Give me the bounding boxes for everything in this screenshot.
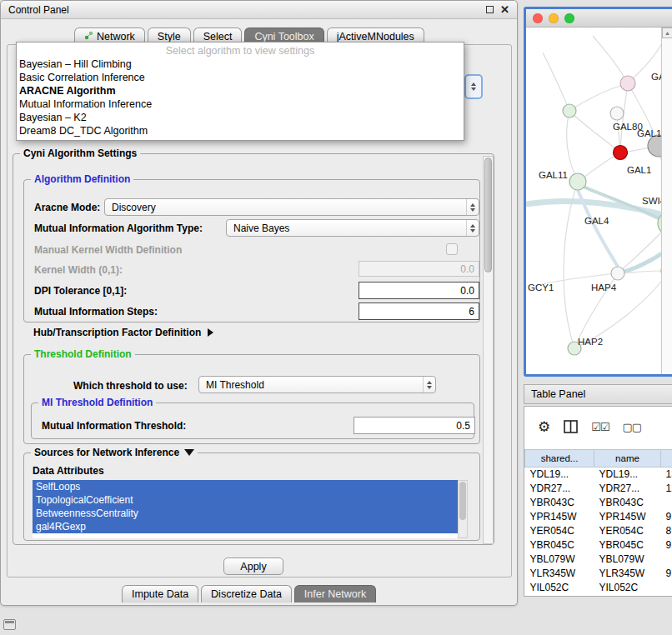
threshold-definition-group: Threshold Definition Which threshold to … xyxy=(23,354,480,444)
combo-stepper-icon xyxy=(423,377,435,392)
apply-button[interactable]: Apply xyxy=(223,558,283,575)
table-cell: YIL052C xyxy=(525,581,594,595)
table-row[interactable]: YBR043CYBR043C xyxy=(525,496,672,510)
sources-expander[interactable]: Sources for Network Inference xyxy=(31,447,198,458)
attribute-item-gal4rgexp[interactable]: gal4RGexp xyxy=(33,520,458,533)
gear-icon[interactable]: ⚙ xyxy=(538,420,550,434)
algorithm-option-bayesian-k2[interactable]: Bayesian – K2 xyxy=(17,111,464,124)
dpi-tolerance-field[interactable] xyxy=(359,282,479,299)
network-node[interactable] xyxy=(610,107,624,120)
algorithm-definition-title: Algorithm Definition xyxy=(31,173,133,185)
algorithm-option-bayesian-hill-climbing[interactable]: Bayesian – Hill Climbing xyxy=(17,58,464,71)
zoom-traffic-light[interactable] xyxy=(564,13,574,23)
table-cell: 9. xyxy=(661,567,672,581)
table-cell: YBR045C xyxy=(594,538,661,552)
table-cell: YBR043C xyxy=(525,496,594,510)
table-row[interactable]: YER054CYER054C8. xyxy=(525,524,672,538)
table-row[interactable]: YDL19...YDL19...13 xyxy=(525,468,672,482)
column-header[interactable] xyxy=(661,450,672,468)
attributes-scrollbar[interactable] xyxy=(458,480,468,538)
attribute-item-topologicalcoefficient[interactable]: TopologicalCoefficient xyxy=(33,493,458,507)
minimize-traffic-light[interactable] xyxy=(549,13,559,23)
algorithm-option-mutual-information-inference[interactable]: Mutual Information Inference xyxy=(17,98,464,111)
combo-stepper-icon xyxy=(466,220,479,236)
network-node[interactable] xyxy=(614,146,628,160)
manual-kernel-width-checkbox[interactable] xyxy=(446,243,458,255)
restore-panel-icon[interactable] xyxy=(3,619,16,630)
scroll-up-button[interactable]: ▲ xyxy=(662,28,672,38)
table-row[interactable]: YBR045CYBR045C9. xyxy=(525,538,672,552)
network-node[interactable] xyxy=(563,104,576,118)
table-row[interactable]: YLR345WYLR345W9. xyxy=(525,567,672,581)
network-edge[interactable] xyxy=(567,111,578,182)
network-view-scrollbar[interactable]: ▲ xyxy=(661,28,672,374)
columns-icon[interactable] xyxy=(564,420,578,433)
table-panel-header[interactable]: Table Panel xyxy=(524,384,672,404)
table-panel-title: Table Panel xyxy=(531,388,585,400)
network-window-titlebar[interactable] xyxy=(526,9,672,28)
table-cell: YER054C xyxy=(525,524,594,538)
window-title: Control Panel xyxy=(8,4,69,16)
float-window-icon[interactable] xyxy=(486,6,494,13)
node-table-body: YDL19...YDL19...13YDR27...YDR27...12YBR0… xyxy=(525,468,672,595)
tab-label: Discretize Data xyxy=(211,588,282,600)
algorithm-popup-list: Select algorithm to view settingsBayesia… xyxy=(16,42,464,141)
network-edge[interactable] xyxy=(564,182,578,348)
table-row[interactable]: YBL079WYBL079W xyxy=(525,552,672,567)
mi-steps-field[interactable] xyxy=(359,302,479,320)
tab-label: Cyni Toolbox xyxy=(254,31,313,42)
network-canvas[interactable]: GALGAL80GAL10GAL11GAL1SWI4GAL4GCY1HAP4YH… xyxy=(526,28,672,374)
network-node[interactable] xyxy=(620,76,635,91)
algorithm-option-dream8-dc-tdc-algorithm[interactable]: Dream8 DC_TDC Algorithm xyxy=(17,124,464,138)
algorithm-definition-group: Algorithm Definition Aracne Mode: Discov… xyxy=(23,179,480,322)
scroll-up-arrow-icon: ▲ xyxy=(664,30,670,36)
which-threshold-select[interactable]: MI Threshold xyxy=(198,376,436,393)
mi-algorithm-type-label: Mutual Information Algorithm Type: xyxy=(34,222,203,234)
table-cell: YDL19... xyxy=(525,468,594,482)
table-cell: YPR145W xyxy=(525,510,594,524)
table-panel-body: ⚙ ☑☑ ▢▢ shared...name YDL19...YDL19...13… xyxy=(524,406,672,597)
network-node[interactable] xyxy=(611,267,624,280)
mi-threshold-field[interactable] xyxy=(354,417,475,434)
table-row[interactable]: YDR27...YDR27...12 xyxy=(525,482,672,496)
close-traffic-light[interactable] xyxy=(533,13,543,23)
aracne-mode-select[interactable]: Discovery xyxy=(104,198,479,216)
hub-definition-expander[interactable]: Hub/Transcription Factor Definition xyxy=(33,327,213,338)
tab-impute-data[interactable]: Impute Data xyxy=(122,585,198,602)
table-cell: YIL052C xyxy=(594,581,661,595)
table-row[interactable]: YIL052CYIL052C xyxy=(525,581,672,595)
settings-group-title: Cyni Algorithm Settings xyxy=(20,148,140,159)
kernel-width-field[interactable] xyxy=(359,261,479,277)
algorithm-option-basic-correlation-inference[interactable]: Basic Correlation Inference xyxy=(17,71,464,84)
mi-algorithm-type-select[interactable]: Naive Bayes xyxy=(226,219,479,237)
data-attributes-list: SelfLoopsTopologicalCoefficientBetweenne… xyxy=(33,480,468,538)
table-cell xyxy=(661,552,672,567)
settings-scrollbar-thumb[interactable] xyxy=(484,158,492,272)
attribute-item-betweennesscentrality[interactable]: BetweennessCentrality xyxy=(33,507,458,520)
network-edge[interactable] xyxy=(543,52,569,111)
column-header[interactable]: name xyxy=(594,450,661,468)
deselect-all-rows-icon[interactable]: ▢▢ xyxy=(623,422,642,432)
expander-collapsed-icon xyxy=(208,328,213,337)
mi-algorithm-type-value: Naive Bayes xyxy=(233,222,466,234)
algorithm-combobox-edge[interactable] xyxy=(464,74,483,99)
tab-discretize-data[interactable]: Discretize Data xyxy=(201,585,292,602)
tab-infer-network[interactable]: Infer Network xyxy=(294,585,376,602)
network-node[interactable] xyxy=(569,173,586,190)
algorithm-option-aracne-algorithm[interactable]: ARACNE Algorithm xyxy=(17,84,464,98)
column-header[interactable]: shared... xyxy=(525,450,594,468)
network-edge[interactable] xyxy=(593,36,628,83)
table-cell: 13 xyxy=(661,468,672,482)
network-icon xyxy=(84,31,93,42)
table-cell: YER054C xyxy=(594,524,661,538)
control-panel-titlebar[interactable]: Control Panel ✕ xyxy=(1,1,517,19)
select-all-rows-icon[interactable]: ☑☑ xyxy=(591,422,609,432)
sources-title: Sources for Network Inference xyxy=(34,447,179,458)
close-icon[interactable]: ✕ xyxy=(500,6,509,13)
settings-scrollbar[interactable] xyxy=(483,156,494,544)
dpi-tolerance-label: DPI Tolerance [0,1]: xyxy=(34,285,127,297)
tab-label: jActiveMNodules xyxy=(337,31,414,42)
manual-kernel-width-label: Manual Kernel Width Definition xyxy=(34,244,182,256)
table-row[interactable]: YPR145WYPR145W9. xyxy=(525,510,672,524)
attribute-item-selfloops[interactable]: SelfLoops xyxy=(33,480,458,493)
